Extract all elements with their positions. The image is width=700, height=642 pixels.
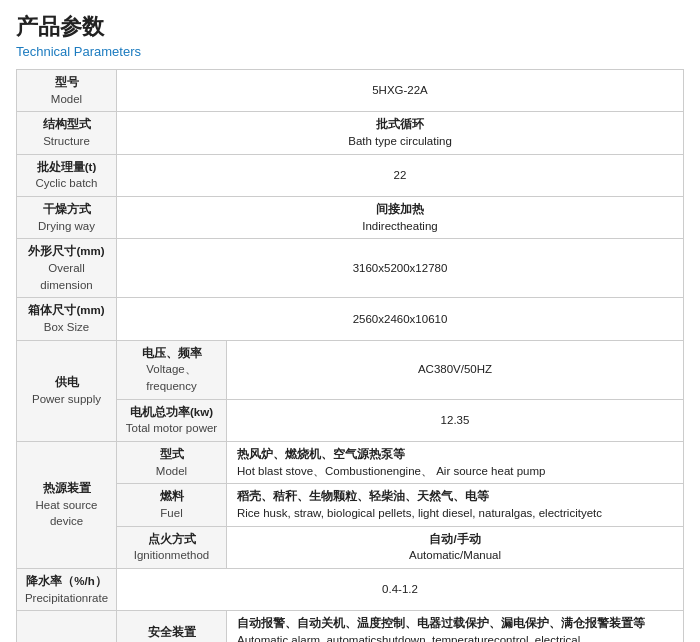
label-model: 型号 Model — [17, 70, 117, 112]
value-box-size: 2560x2460x10610 — [117, 298, 684, 340]
value-drying: 间接加热 Indirectheating — [117, 197, 684, 239]
table-row-motor-power: 电机总功率(kw) Total motor power 12.35 — [17, 399, 684, 441]
table-row-voltage: 供电 Power supply 电压、频率 Voltage、frequency … — [17, 340, 684, 399]
table-row-heat-ignition: 点火方式 Ignitionmethod 自动/手动 Automatic/Manu… — [17, 526, 684, 568]
sub-label-heat-fuel: 燃料 Fuel — [117, 484, 227, 526]
page-title-en: Technical Parameters — [16, 44, 684, 59]
label-power-supply: 供电 Power supply — [17, 340, 117, 441]
table-row-overall-dim: 外形尺寸(mm) Overall dimension 3160x5200x127… — [17, 239, 684, 298]
table-row-drying: 干燥方式 Drying way 间接加热 Indirectheating — [17, 197, 684, 239]
table-row-structure: 结构型式 Structure 批式循环 Bath type circulatin… — [17, 112, 684, 154]
table-row-safety-device: 各项装置 Device 安全装置 Safety device 自动报警、自动关机… — [17, 611, 684, 642]
sub-label-voltage: 电压、频率 Voltage、frequency — [117, 340, 227, 399]
sub-label-safety-device: 安全装置 Safety device — [117, 611, 227, 642]
label-heat-source: 热源装置 Heat source device — [17, 442, 117, 569]
page-title-cn: 产品参数 — [16, 12, 684, 42]
value-precipitation: 0.4-1.2 — [117, 569, 684, 611]
table-row-model: 型号 Model 5HXG-22A — [17, 70, 684, 112]
label-box-size: 箱体尺寸(mm) Box Size — [17, 298, 117, 340]
label-structure: 结构型式 Structure — [17, 112, 117, 154]
value-overall-dim: 3160x5200x12780 — [117, 239, 684, 298]
value-motor-power: 12.35 — [227, 399, 684, 441]
value-heat-fuel: 稻壳、秸秆、生物颗粒、轻柴油、天然气、电等 Rice husk, straw, … — [227, 484, 684, 526]
table-row-heat-fuel: 燃料 Fuel 稻壳、秸秆、生物颗粒、轻柴油、天然气、电等 Rice husk,… — [17, 484, 684, 526]
label-overall-dim: 外形尺寸(mm) Overall dimension — [17, 239, 117, 298]
label-cyclic: 批处理量(t) Cyclic batch — [17, 154, 117, 196]
value-model: 5HXG-22A — [117, 70, 684, 112]
table-row-box-size: 箱体尺寸(mm) Box Size 2560x2460x10610 — [17, 298, 684, 340]
table-row-cyclic: 批处理量(t) Cyclic batch 22 — [17, 154, 684, 196]
label-devices: 各项装置 Device — [17, 611, 117, 642]
table-row-precipitation: 降水率（%/h） Precipitationrate 0.4-1.2 — [17, 569, 684, 611]
value-voltage: AC380V/50HZ — [227, 340, 684, 399]
sub-label-heat-model: 型式 Model — [117, 442, 227, 484]
value-heat-ignition: 自动/手动 Automatic/Manual — [227, 526, 684, 568]
sub-label-motor-power: 电机总功率(kw) Total motor power — [117, 399, 227, 441]
label-precipitation: 降水率（%/h） Precipitationrate — [17, 569, 117, 611]
table-row-heat-model: 热源装置 Heat source device 型式 Model 热风炉、燃烧机… — [17, 442, 684, 484]
value-cyclic: 22 — [117, 154, 684, 196]
label-drying: 干燥方式 Drying way — [17, 197, 117, 239]
value-safety-device: 自动报警、自动关机、温度控制、电器过载保护、漏电保护、满仓报警装置等 Autom… — [227, 611, 684, 642]
value-structure: 批式循环 Bath type circulating — [117, 112, 684, 154]
sub-label-heat-ignition: 点火方式 Ignitionmethod — [117, 526, 227, 568]
value-heat-model: 热风炉、燃烧机、空气源热泵等 Hot blast stove、Combustio… — [227, 442, 684, 484]
